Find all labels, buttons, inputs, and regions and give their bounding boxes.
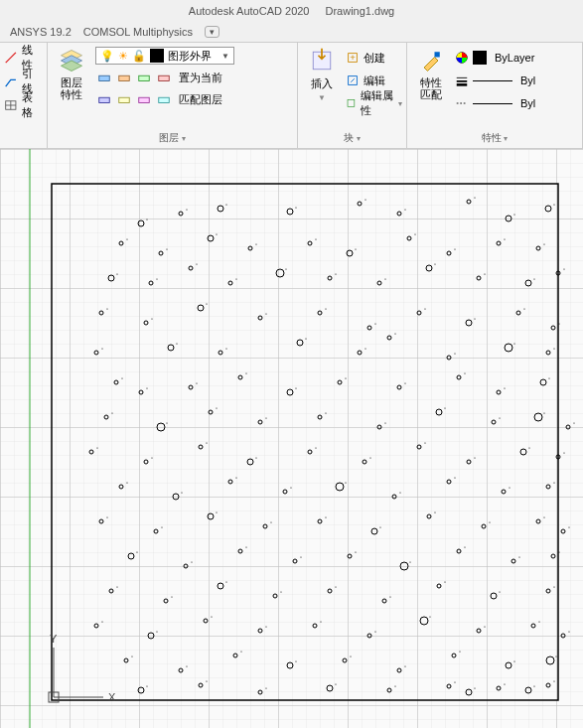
svg-point-290 (404, 665, 405, 666)
block-edit-button[interactable]: 编辑 (346, 72, 385, 89)
svg-point-257 (546, 589, 550, 593)
menu-ansys[interactable]: ANSYS 19.2 (10, 26, 72, 38)
svg-point-283 (233, 654, 237, 657)
svg-point-211 (318, 519, 322, 523)
layer-tool-7[interactable] (135, 90, 153, 108)
layer-tool-3[interactable] (135, 69, 153, 86)
svg-point-236 (464, 546, 465, 547)
svg-point-107 (94, 351, 98, 355)
lineweight-selector[interactable]: Byl (455, 72, 535, 89)
layer-combo[interactable]: 💡 ☀ 🔓 图形外界 ▼ (95, 47, 234, 65)
svg-point-174 (315, 447, 316, 448)
svg-point-157 (436, 409, 442, 415)
match-layer-button[interactable]: 匹配图层 (175, 92, 222, 107)
svg-point-231 (348, 554, 352, 558)
svg-point-246 (225, 581, 226, 582)
svg-point-131 (238, 375, 242, 379)
svg-point-37 (397, 212, 401, 216)
layer-tool-4[interactable] (155, 69, 173, 86)
svg-point-230 (300, 556, 301, 557)
layer-tool-5[interactable] (95, 90, 113, 108)
svg-point-305 (387, 688, 391, 692)
layer-tool-1[interactable] (95, 69, 113, 86)
svg-point-34 (295, 207, 296, 208)
svg-point-273 (477, 629, 481, 633)
layer-tool-8[interactable] (155, 90, 173, 108)
svg-point-180 (474, 457, 475, 458)
svg-point-269 (367, 634, 371, 638)
insert-block-button[interactable]: 插入 ▼ (302, 45, 342, 130)
match-properties-button[interactable]: 特性 匹配 (411, 45, 451, 130)
svg-point-181 (520, 449, 526, 455)
svg-point-286 (295, 660, 296, 661)
color-selector[interactable]: ByLayer (455, 49, 534, 67)
svg-point-126 (121, 377, 122, 378)
ribbon: 线性 引线 表格 · 图层 特性 💡 ☀ 🔓 图形外界 ▼ (0, 42, 583, 149)
svg-point-138 (404, 382, 405, 383)
menu-comsol[interactable]: COMSOL Multiphysics (83, 26, 193, 38)
draw-table-button[interactable]: 表格 (4, 96, 43, 114)
svg-rect-16 (348, 100, 355, 107)
draw-leader-button[interactable]: 引线 (4, 73, 43, 90)
svg-point-162 (543, 412, 544, 413)
svg-point-196 (399, 492, 400, 493)
block-create-button[interactable]: +创建 (346, 49, 385, 67)
svg-point-278 (568, 631, 569, 632)
svg-point-221 (561, 529, 565, 533)
svg-point-92 (206, 303, 207, 304)
svg-point-159 (492, 420, 496, 424)
chevron-down-icon: ▼ (221, 52, 229, 61)
svg-point-182 (528, 447, 529, 448)
svg-point-247 (273, 594, 277, 598)
svg-point-285 (287, 662, 293, 668)
tray-dropdown-icon[interactable]: ▾ (205, 26, 219, 38)
svg-point-178 (424, 442, 425, 443)
layer-properties-button[interactable]: 图层 特性 (52, 45, 91, 130)
svg-point-187 (173, 494, 179, 500)
svg-point-219 (536, 519, 540, 523)
svg-rect-10 (139, 97, 150, 102)
svg-point-57 (407, 236, 411, 240)
draw-line-button[interactable]: 线性 (4, 49, 43, 67)
svg-point-228 (245, 546, 246, 547)
svg-point-292 (459, 651, 460, 652)
svg-point-225 (184, 564, 188, 568)
svg-point-155 (377, 425, 381, 429)
drawing-canvas[interactable]: X Y (0, 149, 583, 728)
svg-point-164 (573, 422, 574, 423)
svg-rect-5 (119, 75, 130, 80)
svg-point-315 (546, 683, 550, 687)
svg-text:+: + (350, 52, 356, 63)
svg-point-169 (199, 445, 203, 449)
svg-point-193 (336, 483, 344, 491)
title-bar: Autodesk AutoCAD 2020 Drawing1.dwg (0, 0, 583, 22)
svg-point-91 (198, 305, 204, 311)
svg-point-130 (146, 387, 147, 388)
svg-point-167 (144, 460, 148, 464)
svg-point-172 (255, 457, 256, 458)
svg-point-105 (551, 326, 555, 330)
svg-point-69 (189, 266, 193, 270)
svg-point-116 (364, 348, 365, 349)
svg-point-216 (434, 511, 435, 512)
svg-point-161 (534, 413, 542, 421)
linetype-selector[interactable]: Byl (455, 94, 535, 112)
svg-point-97 (367, 326, 371, 330)
panel-block-title[interactable]: 块 (302, 130, 402, 146)
svg-point-260 (101, 621, 102, 622)
svg-point-128 (196, 382, 197, 383)
make-current-button[interactable]: 置为当前 (175, 71, 222, 85)
svg-point-288 (350, 655, 351, 656)
panel-properties-title[interactable]: 特性 (411, 130, 578, 146)
panel-layers-title[interactable]: 图层 (52, 130, 293, 146)
layer-tool-2[interactable] (115, 69, 133, 86)
block-edit-attr-button[interactable]: 编辑属性 ▾ (346, 94, 402, 112)
svg-point-133 (287, 389, 293, 395)
svg-point-99 (417, 311, 421, 315)
svg-point-173 (308, 450, 312, 454)
svg-point-177 (417, 445, 421, 449)
svg-point-262 (156, 631, 157, 632)
svg-point-163 (566, 425, 570, 429)
svg-point-224 (136, 551, 137, 552)
layer-tool-6[interactable] (115, 90, 133, 108)
